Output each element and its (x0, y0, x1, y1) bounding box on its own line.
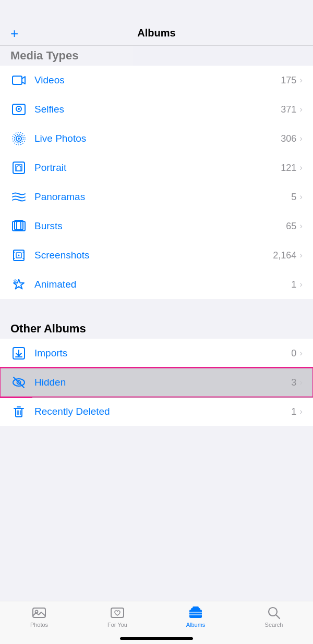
bursts-label: Bursts (34, 220, 286, 232)
svg-point-14 (18, 255, 20, 256)
screenshots-icon (10, 247, 27, 264)
live-photos-chevron: › (299, 133, 303, 144)
tab-albums[interactable]: Albums (156, 605, 235, 628)
home-indicator (120, 637, 193, 640)
svg-rect-19 (33, 608, 45, 617)
search-tab-icon (267, 605, 281, 620)
photos-tab-icon (32, 605, 46, 620)
recently-deleted-icon (10, 403, 27, 420)
videos-label: Videos (34, 75, 281, 86)
animated-count: 1 (291, 279, 296, 290)
svg-rect-0 (13, 76, 22, 84)
selfies-chevron: › (299, 104, 303, 115)
recently-deleted-label: Recently Deleted (34, 406, 291, 417)
media-types-list: Videos 175 › Selfies 371 › (0, 66, 313, 299)
imports-count: 0 (291, 348, 296, 359)
list-item-hidden[interactable]: Hidden 3 › (0, 368, 313, 397)
for-you-tab-label: For You (107, 622, 127, 628)
imports-chevron: › (299, 348, 303, 358)
live-photos-label: Live Photos (34, 133, 281, 144)
portrait-chevron: › (299, 163, 303, 173)
media-types-section-header-partial: Media Types (0, 46, 313, 66)
add-button[interactable]: + (10, 27, 18, 40)
bursts-chevron: › (299, 221, 303, 231)
recently-deleted-chevron: › (299, 406, 303, 417)
panoramas-label: Panoramas (34, 191, 291, 203)
svg-point-5 (18, 138, 20, 140)
header: + Albums (0, 0, 313, 46)
panoramas-icon (10, 189, 27, 205)
svg-point-3 (18, 108, 20, 110)
svg-rect-24 (192, 606, 199, 609)
list-item-videos[interactable]: Videos 175 › (0, 66, 313, 95)
svg-rect-22 (189, 610, 202, 618)
selfies-label: Selfies (34, 104, 281, 115)
content-area: Media Types Videos 175 › (0, 46, 313, 601)
screenshots-chevron: › (299, 250, 303, 261)
list-item-screenshots[interactable]: Screenshots 2,164 › (0, 241, 313, 270)
tab-for-you[interactable]: For You (78, 605, 156, 628)
portrait-icon (10, 159, 27, 176)
tab-search[interactable]: Search (235, 605, 313, 628)
selfies-icon (10, 101, 27, 118)
videos-chevron: › (299, 75, 303, 85)
other-albums-list: Imports 0 › Hidden 3 › (0, 339, 313, 426)
videos-count: 175 (281, 75, 296, 86)
animated-chevron: › (299, 279, 303, 290)
section-gap-1 (0, 299, 313, 318)
list-item-imports[interactable]: Imports 0 › (0, 339, 313, 368)
bursts-icon (10, 218, 27, 234)
other-albums-section-header: Other Albums (0, 318, 313, 339)
list-item-panoramas[interactable]: Panoramas 5 › (0, 182, 313, 212)
imports-label: Imports (34, 348, 291, 359)
tab-photos[interactable]: Photos (0, 605, 78, 628)
bursts-count: 65 (286, 221, 296, 232)
svg-rect-8 (13, 162, 25, 174)
svg-line-28 (276, 615, 280, 619)
portrait-count: 121 (281, 163, 296, 174)
video-icon (10, 72, 27, 89)
imports-icon (10, 345, 27, 362)
animated-label: Animated (34, 279, 291, 290)
page-title: Albums (137, 27, 175, 39)
hidden-chevron: › (299, 377, 303, 388)
hidden-icon (10, 374, 27, 391)
screenshots-count: 2,164 (273, 250, 296, 261)
svg-rect-21 (111, 608, 124, 617)
hidden-label: Hidden (34, 377, 291, 388)
panoramas-chevron: › (299, 192, 303, 202)
svg-point-27 (269, 608, 277, 616)
list-item-recently-deleted[interactable]: Recently Deleted 1 › (0, 397, 313, 426)
list-item-bursts[interactable]: Bursts 65 › (0, 212, 313, 241)
portrait-label: Portrait (34, 162, 281, 174)
list-item-live-photos[interactable]: Live Photos 306 › (0, 124, 313, 153)
list-item-animated[interactable]: Animated 1 › (0, 270, 313, 299)
recently-deleted-count: 1 (291, 406, 296, 417)
selfies-count: 371 (281, 104, 296, 115)
screenshots-label: Screenshots (34, 250, 273, 261)
panoramas-count: 5 (291, 192, 296, 203)
photos-tab-label: Photos (30, 622, 48, 628)
list-item-selfies[interactable]: Selfies 371 › (0, 95, 313, 124)
albums-tab-label: Albums (186, 622, 206, 628)
for-you-tab-icon (110, 605, 125, 620)
live-photos-icon (10, 130, 27, 147)
albums-tab-icon (188, 605, 203, 620)
hidden-count: 3 (291, 377, 296, 388)
animated-icon (10, 276, 27, 293)
list-item-portrait[interactable]: Portrait 121 › (0, 153, 313, 182)
live-photos-count: 306 (281, 133, 296, 144)
search-tab-label: Search (265, 622, 283, 628)
